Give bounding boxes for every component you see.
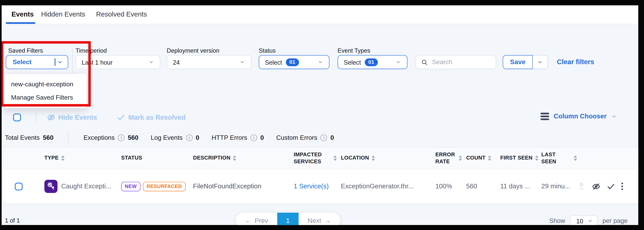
time-period-select[interactable]: Last 1 hour [76, 55, 160, 69]
column-label: ERROR RATE [435, 151, 456, 165]
column-label: TYPE [44, 155, 58, 161]
stat-total-events: Total Events 560 [5, 134, 53, 142]
status-badge-new: NEW [121, 181, 140, 191]
column-label: LAST SEEN [541, 151, 571, 165]
caught-exception-icon [44, 180, 58, 193]
mark-as-resolved-label: Mark as Resolved [128, 113, 186, 121]
sort-icon[interactable] [334, 156, 337, 161]
event-type-text: Caught Excepti... [61, 183, 111, 190]
next-label: Next [308, 217, 321, 225]
time-period-value: Last 1 hour [82, 59, 112, 66]
hide-events-label: Hide Events [58, 113, 97, 121]
events-page: Saved Filters Time period Deployment ver… [2, 24, 638, 225]
sort-icon[interactable] [574, 156, 577, 161]
tab-hidden-events[interactable]: Hidden Events [41, 10, 85, 18]
current-page-button[interactable]: 1 [277, 213, 298, 225]
column-header-type[interactable]: TYPE [44, 155, 121, 161]
stat-value: 560 [128, 134, 138, 142]
saved-filters-menu: new-caught-exception Manage Saved Filter… [4, 74, 87, 108]
search-input[interactable] [431, 58, 486, 66]
chevron-down-icon [318, 59, 323, 65]
stat-value: 0 [260, 134, 264, 142]
column-chooser-button[interactable]: Column Chooser [540, 113, 617, 120]
filter-section-divider [72, 49, 73, 74]
row-last-seen-cell: 29 minu... [541, 183, 577, 190]
resolve-event-icon[interactable] [607, 182, 615, 191]
chevron-down-icon[interactable] [57, 59, 63, 65]
deployment-version-select[interactable]: 24 [167, 55, 251, 69]
kebab-menu-icon[interactable] [621, 182, 623, 190]
column-header-error-rate[interactable]: ERROR RATE [435, 151, 466, 165]
clear-filters-link[interactable]: Clear filters [557, 58, 594, 66]
select-all-checkbox[interactable] [13, 113, 21, 121]
tab-resolved-events[interactable]: Resolved Events [96, 10, 147, 18]
deployment-version-label: Deployment version [167, 47, 219, 54]
hide-events-button[interactable]: Hide Events [47, 113, 97, 121]
row-error-rate-cell: 100% [435, 183, 466, 190]
row-count-cell: 560 [466, 183, 500, 190]
column-header-location[interactable]: LOCATION [341, 155, 435, 161]
next-page-button[interactable]: Next → [298, 213, 340, 225]
page-size-select[interactable]: 10 [570, 215, 598, 225]
hide-event-icon[interactable] [592, 182, 600, 191]
arrow-left-icon: ← [245, 217, 252, 225]
column-header-last-seen[interactable]: LAST SEEN [541, 151, 577, 165]
stat-label: Custom Errors [276, 134, 317, 142]
divider [36, 111, 36, 123]
chevron-down-icon [148, 59, 154, 65]
info-icon[interactable]: i [250, 134, 257, 141]
page-summary: 1 of 1 [5, 217, 20, 224]
info-icon[interactable]: i [186, 134, 192, 141]
info-icon[interactable]: i [320, 134, 327, 141]
show-label: Show [549, 217, 565, 225]
event-types-select[interactable]: Select 01 [338, 55, 408, 69]
table-header-row: TYPE STATUS DESCRIPTION IMPACTED SERVICE… [3, 147, 638, 169]
saved-filters-select[interactable]: Select [6, 55, 68, 69]
row-checkbox[interactable] [15, 182, 22, 190]
tab-events[interactable]: Events [12, 10, 34, 18]
chevron-down-icon [611, 114, 617, 119]
row-actions-cell [577, 182, 634, 191]
status-select[interactable]: Select 01 [259, 55, 330, 69]
column-label: FIRST SEEN [500, 155, 532, 161]
column-header-first-seen[interactable]: FIRST SEEN [500, 155, 541, 161]
info-icon[interactable]: i [118, 134, 124, 141]
event-types-label: Event Types [338, 47, 370, 54]
column-label: DESCRIPTION [193, 155, 230, 161]
row-type-cell: Caught Excepti... [44, 180, 121, 193]
sort-icon[interactable] [488, 156, 491, 161]
sort-icon[interactable] [233, 156, 236, 161]
metrics-icon[interactable] [577, 182, 586, 191]
eye-off-icon [47, 113, 56, 121]
row-checkbox-cell [15, 182, 44, 190]
table-row[interactable]: Caught Excepti... NEW RESURFACED FileNot… [3, 169, 638, 203]
column-label: COUNT [466, 155, 486, 161]
saved-filters-value: Select [13, 59, 32, 66]
column-header-description[interactable]: DESCRIPTION [193, 155, 294, 161]
stat-label: Total Events [5, 134, 40, 142]
menu-item-saved-filter[interactable]: new-caught-exception [4, 78, 87, 91]
divider [68, 131, 69, 145]
menu-item-manage-saved-filters[interactable]: Manage Saved Filters [4, 91, 87, 104]
save-dropdown-caret[interactable] [533, 55, 548, 69]
arrow-right-icon: → [324, 217, 331, 225]
column-label: LOCATION [341, 155, 369, 161]
row-impacted-services-link[interactable]: 1 Service(s) [294, 183, 341, 190]
stat-label: Log Events [151, 134, 182, 142]
save-button[interactable]: Save [503, 55, 533, 69]
sort-icon[interactable] [372, 156, 375, 161]
column-header-count[interactable]: COUNT [466, 155, 500, 161]
save-split-button: Save [503, 55, 548, 69]
sort-icon[interactable] [535, 156, 538, 161]
column-header-impacted-services[interactable]: IMPACTED SERVICES [294, 151, 341, 165]
sort-icon[interactable] [459, 156, 462, 161]
mark-as-resolved-button[interactable]: Mark as Resolved [117, 113, 186, 121]
stat-value: 560 [43, 134, 54, 142]
sort-icon[interactable] [61, 156, 64, 161]
row-description-cell: FileNotFoundException [193, 183, 294, 190]
column-label: STATUS [121, 155, 142, 161]
prev-page-button[interactable]: ← Prev [236, 213, 277, 225]
tab-bar: Events Hidden Events Resolved Events [2, 5, 638, 24]
events-table: TYPE STATUS DESCRIPTION IMPACTED SERVICE… [3, 147, 638, 204]
stat-label: HTTP Errors [212, 134, 247, 142]
